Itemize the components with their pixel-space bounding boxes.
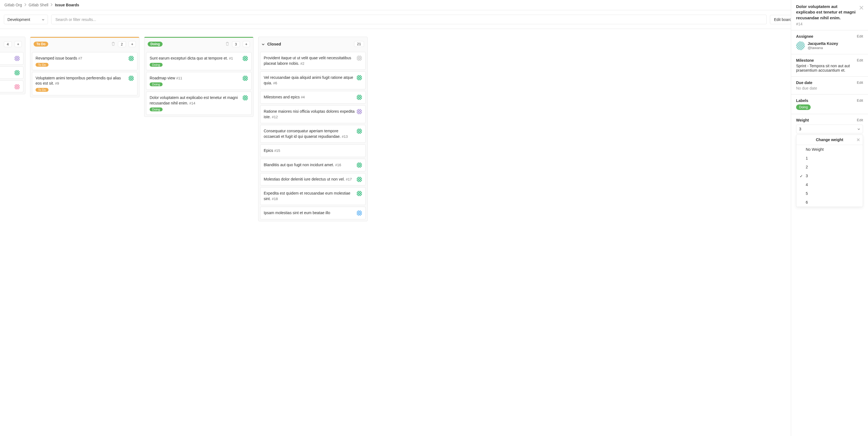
board-selector-label: Development: [7, 18, 30, 22]
breadcrumb-project[interactable]: Gitlab Shell: [29, 3, 49, 7]
sidebar-issue-title: Dolor voluptatem aut explicabo est tenet…: [796, 4, 863, 21]
board-selector[interactable]: Development: [4, 14, 48, 24]
chevron-right-icon: [51, 3, 53, 7]
board-toolbar: Development Edit board Add list Add issu…: [0, 10, 868, 29]
breadcrumb-org[interactable]: Gitlab Org: [4, 3, 22, 7]
sidebar-header: Dolor voluptatem aut explicabo est tenet…: [791, 0, 868, 29]
chevron-down-icon: [42, 18, 44, 22]
breadcrumb-page: Issue Boards: [55, 3, 79, 7]
chevron-right-icon: [24, 3, 27, 7]
sidebar-issue-ref: #14: [796, 22, 863, 26]
breadcrumb: Gitlab Org Gitlab Shell Issue Boards: [0, 0, 868, 10]
search-input[interactable]: [51, 14, 767, 24]
issue-sidebar: Dolor voluptatem aut explicabo est tenet…: [791, 0, 868, 29]
close-icon[interactable]: [859, 5, 864, 11]
